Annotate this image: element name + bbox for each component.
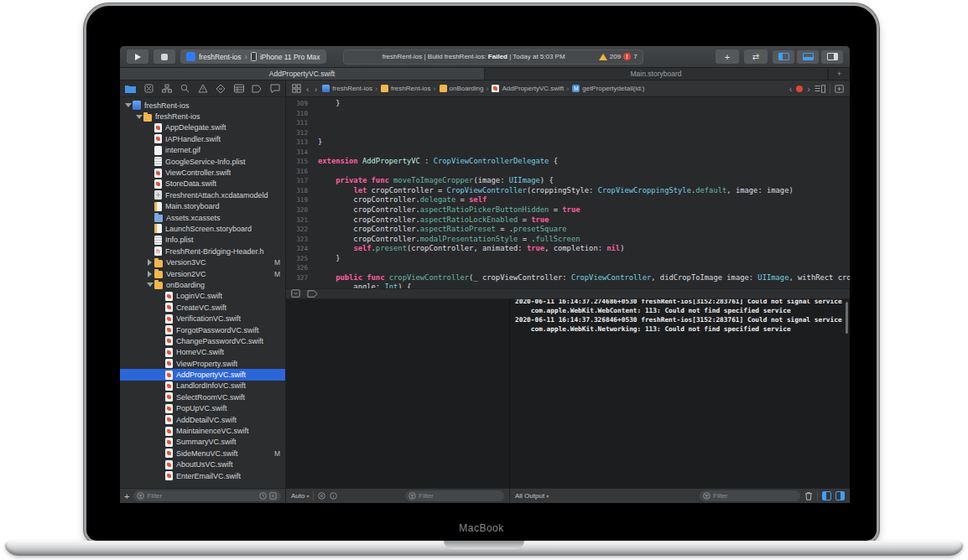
- report-navigator-icon[interactable]: [269, 83, 280, 94]
- file-row-IAPHandler.swift[interactable]: IAPHandler.swift: [120, 133, 285, 144]
- tab-addpropertyvc[interactable]: AddPropertyVC.swift: [120, 68, 485, 80]
- toggle-inspectors-button[interactable]: [821, 50, 843, 64]
- variables-view[interactable]: [286, 299, 510, 489]
- file-row-HomeVC.swift[interactable]: HomeVC.swift: [120, 347, 285, 358]
- breadcrumb-item-AddPropertyVC.swift[interactable]: AddPropertyVC.swift: [492, 85, 569, 93]
- clear-console-trash-icon[interactable]: [804, 491, 813, 500]
- adjust-editor-options-icon[interactable]: [814, 85, 825, 93]
- file-row-SideMenuVC.swift[interactable]: SideMenuVC.swiftM: [120, 448, 285, 459]
- source-control-status-icon[interactable]: [269, 492, 277, 500]
- file-row-VerificationVC.swift[interactable]: VerificationVC.swift: [120, 313, 285, 324]
- code-line-315: 315extension AddPropertyVC : CropViewCon…: [286, 157, 850, 167]
- disclosure-open-icon[interactable]: [146, 283, 154, 287]
- console-filter-input[interactable]: [700, 490, 800, 501]
- console-scope-selector[interactable]: All Output▾: [515, 492, 549, 500]
- file-row-ViewProperty.swift[interactable]: ViewProperty.swift: [120, 358, 285, 369]
- file-row-LandlordInfoVC.swift[interactable]: LandlordInfoVC.swift: [120, 381, 285, 391]
- info-icon[interactable]: [330, 492, 337, 500]
- breakpoints-toggle-icon[interactable]: [307, 290, 318, 298]
- file-row-Version3VC[interactable]: Version3VCM: [120, 257, 285, 267]
- macbook-lid-notch: [444, 541, 524, 549]
- swift-icon: [165, 348, 173, 357]
- test-navigator-icon[interactable]: [216, 83, 226, 94]
- file-row-ViewController.swift[interactable]: ViewController.swift: [120, 167, 285, 178]
- project-navigator-icon[interactable]: [125, 83, 136, 94]
- file-row-AboutUsVC.swift[interactable]: AboutUsVC.swift: [120, 459, 285, 470]
- file-row-AddPropertyVC.swift[interactable]: AddPropertyVC.swift: [120, 369, 285, 380]
- file-name: freshRent-ios: [155, 112, 200, 121]
- console-scrollbar[interactable]: [846, 302, 848, 334]
- disclosure-closed-icon[interactable]: [146, 259, 154, 266]
- run-button[interactable]: [127, 49, 148, 64]
- file-row-internet.gif[interactable]: internet.gif: [120, 145, 285, 156]
- file-row-SelectRoomVC.swift[interactable]: SelectRoomVC.swift: [120, 391, 285, 402]
- breakpoint-navigator-icon[interactable]: [252, 83, 263, 94]
- file-row-LaunchScreen.storyboard[interactable]: LaunchScreen.storyboard: [120, 223, 285, 234]
- file-row-CreateVC.swift[interactable]: CreateVC.swift: [120, 302, 285, 313]
- disclosure-open-icon[interactable]: [124, 103, 132, 107]
- back-button[interactable]: ‹: [306, 85, 310, 93]
- library-add-button[interactable]: +: [716, 49, 739, 64]
- swift-icon: [154, 123, 162, 132]
- source-code-editor[interactable]: 309 }310311312313}314315extension AddPro…: [286, 97, 850, 288]
- disclosure-closed-icon[interactable]: [146, 271, 154, 277]
- file-row-StoreData.swift[interactable]: StoreData.swift: [120, 179, 285, 189]
- file-row-MaintainenceVC.swift[interactable]: MaintainenceVC.swift: [120, 425, 285, 436]
- scheme-selector[interactable]: freshRent-ios iPhone 11 Pro Max: [180, 49, 326, 64]
- add-editor-icon[interactable]: [835, 85, 844, 93]
- toggle-console-view-button[interactable]: [835, 491, 845, 500]
- source-control-navigator-icon[interactable]: [143, 83, 154, 94]
- file-row-GoogleService-Info.plist[interactable]: GoogleService-Info.plist: [120, 156, 285, 167]
- previous-issue-button[interactable]: ‹: [789, 85, 793, 93]
- toggle-variables-view-button[interactable]: [822, 491, 831, 500]
- code-text: [308, 128, 318, 138]
- file-row-freshRent-ios[interactable]: freshRent-ios: [120, 111, 285, 122]
- breadcrumb-item-freshRent-ios[interactable]: freshRent-ios: [381, 85, 436, 93]
- file-row-freshRent-ios[interactable]: freshRent-ios: [120, 100, 285, 111]
- file-row-onBoarding[interactable]: onBoarding: [120, 279, 285, 290]
- breadcrumb-item-getPropertydetail(id:)[interactable]: MgetPropertydetail(id:): [572, 85, 644, 92]
- recent-files-clock-icon[interactable]: [259, 492, 267, 500]
- file-row-PopUpVC.swift[interactable]: PopUpVC.swift: [120, 403, 285, 414]
- file-row-FreshRent-Bridging-Header.h[interactable]: FreshRent-Bridging-Header.h: [120, 246, 285, 257]
- symbol-navigator-icon[interactable]: [161, 83, 172, 94]
- file-row-AddDetailVC.swift[interactable]: AddDetailVC.swift: [120, 414, 285, 425]
- issue-navigator-icon[interactable]: [197, 83, 208, 94]
- breadcrumb-item-freshRent-ios[interactable]: freshRent-ios: [322, 85, 377, 93]
- file-row-SummaryVC.swift[interactable]: SummaryVC.swift: [120, 437, 285, 448]
- variables-scope-selector[interactable]: Auto▾: [291, 492, 309, 500]
- add-file-button[interactable]: +: [124, 491, 129, 501]
- console-output[interactable]: 2020-06-11 16:14:37.274686+0530 freshRen…: [510, 299, 850, 489]
- flag-filter-icon[interactable]: [318, 492, 325, 500]
- editor-area: ‹ › freshRent-iosfreshRent-iosonBoarding…: [286, 80, 850, 503]
- find-navigator-icon[interactable]: [180, 83, 190, 94]
- toggle-navigator-button[interactable]: [773, 50, 794, 64]
- breadcrumb-item-onBoarding[interactable]: onBoarding: [440, 85, 489, 93]
- toggle-debug-area-button[interactable]: [797, 50, 819, 64]
- tab-main-storyboard[interactable]: Main.storyboard: [485, 68, 828, 80]
- file-row-LoginVC.swift[interactable]: LoginVC.swift: [120, 291, 285, 302]
- debug-navigator-icon[interactable]: [233, 83, 244, 94]
- stop-button[interactable]: [154, 49, 175, 64]
- forward-button[interactable]: ›: [315, 85, 318, 93]
- debug-area-toggle-icon[interactable]: [291, 289, 300, 298]
- add-tab-button[interactable]: +: [828, 68, 850, 80]
- disclosure-open-icon[interactable]: [135, 115, 143, 119]
- related-items-icon[interactable]: [292, 84, 301, 93]
- file-row-EnterEmailVC.swift[interactable]: EnterEmailVC.swift: [120, 470, 285, 481]
- file-row-AppDelegate.swift[interactable]: AppDelegate.swift: [120, 122, 285, 133]
- swift-icon: [165, 303, 173, 312]
- variables-filter-input[interactable]: [405, 490, 504, 501]
- file-row-Version2VC[interactable]: Version2VCM: [120, 268, 285, 279]
- error-count[interactable]: 7: [633, 53, 637, 60]
- file-row-Assets.xcassets[interactable]: Assets.xcassets: [120, 212, 285, 223]
- file-row-Main.storyboard[interactable]: Main.storyboard: [120, 201, 285, 212]
- next-issue-button[interactable]: ›: [807, 85, 810, 93]
- file-row-FreshrentAttach.xcdatamodeld[interactable]: FreshrentAttach.xcdatamodeld: [120, 189, 285, 200]
- file-row-ChangePasswordVC.swift[interactable]: ChangePasswordVC.swift: [120, 335, 285, 346]
- editor-swap-button[interactable]: ⇄: [744, 49, 768, 64]
- file-row-ForgotPasswordVC.swift[interactable]: ForgotPasswordVC.swift: [120, 324, 285, 335]
- warning-count[interactable]: 209: [610, 53, 621, 60]
- file-row-Info.plist[interactable]: Info.plist: [120, 235, 285, 246]
- code-text: }: [308, 254, 340, 264]
